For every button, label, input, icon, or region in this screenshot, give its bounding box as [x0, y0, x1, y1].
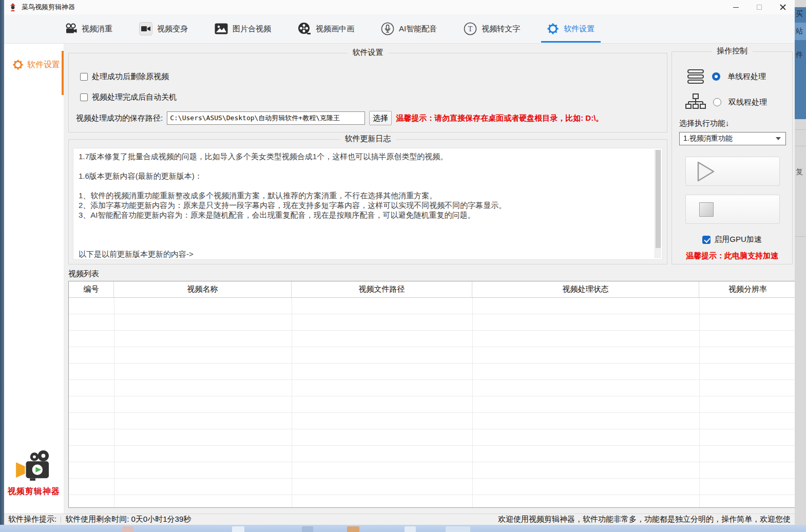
- movie-camera-icon: [65, 23, 77, 35]
- double-thread-option[interactable]: 双线程处理: [685, 93, 767, 111]
- video-list-header: 编号 视频名称 视频文件路径 视频处理状态 视频分辨率: [69, 281, 796, 298]
- tab-picture-in-picture[interactable]: 视频画中画: [298, 22, 354, 35]
- active-tab-underline: [541, 41, 601, 43]
- tab-label: 图片合视频: [233, 24, 271, 34]
- checkbox-label: 视频处理完成后自动关机: [92, 92, 177, 102]
- column-divider: [114, 298, 114, 507]
- gpu-acceleration-checkbox[interactable]: [702, 236, 711, 244]
- app-logo-icon: [8, 3, 17, 12]
- changelog-line: [79, 161, 647, 171]
- operation-control-panel: 操作控制 单线程处理: [671, 51, 793, 264]
- taskbar-item: [446, 526, 470, 532]
- changelog-scrollbar-thumb[interactable]: [656, 150, 661, 248]
- taskbar-item: [122, 526, 133, 532]
- changelog-line: 以下是以前更新版本更新的内容->: [79, 249, 647, 259]
- column-header-status[interactable]: 视频处理状态: [472, 281, 699, 297]
- stop-icon: [699, 202, 714, 217]
- taskbar-item: [232, 526, 244, 532]
- column-header-resolution[interactable]: 视频分辨率: [699, 281, 796, 297]
- app-window: 菜鸟视频剪辑神器 视频消重: [4, 0, 795, 525]
- gpu-checkbox-label: 启用GPU加速: [714, 235, 762, 244]
- edge-line: [795, 236, 806, 237]
- single-thread-option[interactable]: 单线程处理: [686, 68, 766, 85]
- picture-icon: [215, 23, 228, 34]
- video-list-body: [69, 298, 796, 507]
- gear-icon: [547, 23, 559, 35]
- gpu-acceleration-option[interactable]: 启用GPU加速: [672, 235, 792, 244]
- checkbox-row-delete-source[interactable]: 处理成功后删除原视频: [80, 72, 169, 82]
- tab-label: 视频消重: [82, 24, 112, 34]
- changelog-line: [79, 230, 647, 239]
- edge-line: [795, 129, 806, 130]
- svg-text:T: T: [468, 25, 473, 33]
- changelog-line: 1.7版本修复了批量合成视频的问题，比如导入多个美女类型视频合成1个，这样也可以…: [79, 151, 647, 161]
- double-thread-radio[interactable]: [713, 98, 721, 106]
- taskbar-item: [405, 526, 416, 532]
- auto-shutdown-checkbox[interactable]: [80, 93, 88, 101]
- control-panel-title: 操作控制: [712, 46, 753, 56]
- maximize-button[interactable]: [747, 0, 771, 14]
- changelog-line: [79, 220, 647, 230]
- column-header-video-name[interactable]: 视频名称: [114, 281, 292, 297]
- choose-path-button[interactable]: 选择: [369, 111, 392, 125]
- close-button[interactable]: [771, 0, 795, 14]
- sidebar-item-label: 软件设置: [27, 60, 60, 70]
- checkbox-label: 处理成功后删除原视频: [92, 72, 169, 82]
- single-thread-radio[interactable]: [712, 72, 720, 81]
- tab-video-dedupe[interactable]: 视频消重: [65, 23, 112, 35]
- function-dropdown[interactable]: 1.视频消重功能: [679, 132, 786, 145]
- sidebar-item-software-settings[interactable]: 软件设置: [4, 55, 64, 74]
- status-prefix: 软件操作提示:: [8, 515, 56, 524]
- sidebar-active-indicator: [62, 51, 64, 95]
- save-path-row: 视频处理成功的保存路径: 选择 温馨提示：请勿直接保存在桌面或者硬盘根目录，比如…: [76, 111, 603, 125]
- tab-video-transform[interactable]: 视频变身: [139, 22, 188, 35]
- column-divider: [472, 298, 473, 507]
- tab-image-to-video[interactable]: 图片合视频: [215, 23, 271, 34]
- tab-ai-dubbing[interactable]: AI智能配音: [381, 22, 437, 35]
- tab-video-to-text[interactable]: T 视频转文字: [464, 22, 520, 35]
- status-bar: 软件操作提示: 软件使用剩余时间: 0天0小时1分39秒 欢迎使用视频剪辑神器，…: [4, 514, 795, 525]
- single-thread-icon: [686, 68, 705, 85]
- column-header-file-path[interactable]: 视频文件路径: [292, 281, 472, 297]
- screen: 菜鸟视频剪辑神器 视频消重: [0, 0, 806, 532]
- tab-software-settings[interactable]: 软件设置: [547, 23, 594, 35]
- edge-text-fragment: 复: [796, 167, 803, 177]
- taskbar-item: [347, 526, 359, 532]
- delete-source-checkbox[interactable]: [80, 73, 88, 81]
- close-icon: [780, 4, 786, 10]
- window-controls: [724, 0, 795, 14]
- changelog-line: 1、软件的视频消重功能重新整改成多个视频消重方案，默认推荐的方案消重，不行在选择…: [79, 191, 647, 200]
- save-path-warning: 温馨提示：请勿直接保存在桌面或者硬盘根目录，比如: D:\。: [396, 113, 603, 123]
- start-button[interactable]: [685, 157, 780, 186]
- main-tabbar: 视频消重 视频变身 图片合视频: [4, 14, 795, 44]
- changelog-line: 3、AI智能配音功能更新内容为：原来是随机配音，会出现重复配音，现在是按顺序配音…: [79, 210, 647, 220]
- tab-label: 视频转文字: [482, 24, 520, 34]
- microphone-icon: [381, 22, 394, 35]
- brand-logo-label: 视频剪辑神器: [4, 486, 64, 497]
- video-list-title: 视频列表: [68, 269, 99, 279]
- gear-icon: [12, 59, 24, 70]
- desktop-edge-left: [0, 0, 4, 532]
- minimize-icon: [733, 7, 739, 8]
- changelog-scrollbar[interactable]: [655, 149, 661, 258]
- status-welcome-text: 欢迎使用视频剪辑神器，软件功能非常多，功能都是独立分明的，操作简单，欢迎您使: [498, 515, 791, 524]
- status-divider: [61, 516, 61, 523]
- save-path-input[interactable]: [167, 111, 365, 125]
- function-dropdown-value: 1.视频消重功能: [683, 134, 733, 143]
- changelog-textarea[interactable]: 1.7版本修复了批量合成视频的问题，比如导入多个美女类型视频合成1个，这样也可以…: [73, 148, 663, 260]
- changelog-group-title: 软件更新日志: [340, 134, 396, 144]
- changelog-line: [79, 239, 647, 249]
- column-header-number[interactable]: 编号: [69, 281, 114, 297]
- checkbox-row-auto-shutdown[interactable]: 视频处理完成后自动关机: [80, 92, 177, 102]
- video-list-table: 编号 视频名称 视频文件路径 视频处理状态 视频分辨率: [68, 281, 797, 508]
- text-t-icon: T: [464, 22, 477, 35]
- stop-button[interactable]: [685, 195, 780, 224]
- taskbar-sliver: [0, 525, 806, 532]
- tab-label: 视频画中画: [316, 24, 354, 34]
- changelog-line: [79, 181, 647, 191]
- window-title: 菜鸟视频剪辑神器: [22, 3, 75, 12]
- edge-text-fragment: 件: [796, 50, 803, 60]
- chevron-down-icon: [776, 137, 781, 140]
- minimize-button[interactable]: [724, 0, 747, 14]
- save-path-label: 视频处理成功的保存路径:: [76, 113, 163, 123]
